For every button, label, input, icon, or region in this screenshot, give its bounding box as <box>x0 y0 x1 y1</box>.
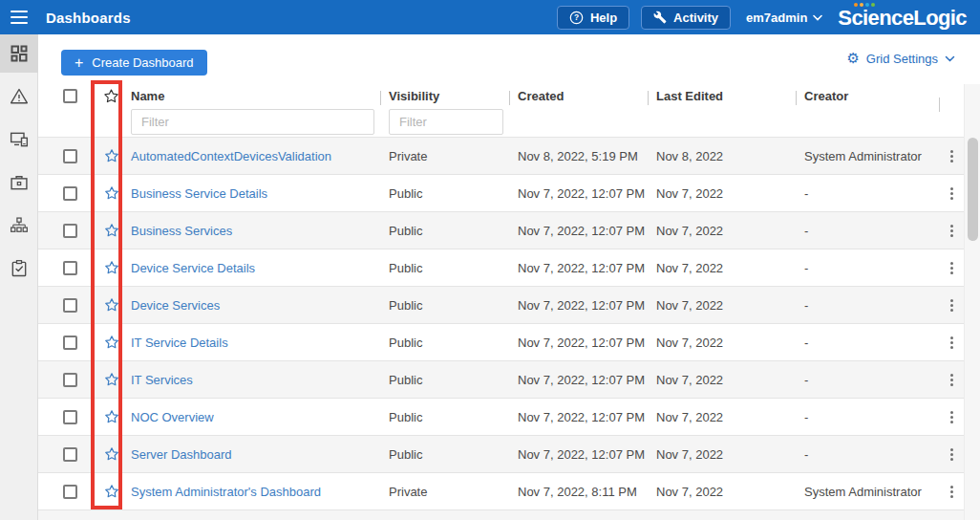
dashboards-grid-icon <box>10 44 29 63</box>
visibility-value: Private <box>389 149 518 163</box>
user-menu[interactable]: em7admin <box>746 11 822 25</box>
row-actions-menu-icon[interactable] <box>945 370 959 390</box>
create-dashboard-label: Create Dashboard <box>92 55 193 70</box>
sidebar-item-devices[interactable] <box>0 120 38 159</box>
row-checkbox[interactable] <box>63 485 77 499</box>
dashboard-name-link[interactable]: Business Service Details <box>131 186 267 201</box>
table-row[interactable]: AutomatedContextDevicesValidation Privat… <box>38 137 980 174</box>
row-favorite-cell <box>92 446 131 462</box>
row-actions-menu-icon[interactable] <box>945 146 959 166</box>
row-checkbox[interactable] <box>63 149 77 163</box>
row-actions-menu-icon[interactable] <box>945 482 959 502</box>
table-body: AutomatedContextDevicesValidation Privat… <box>38 137 980 509</box>
favorite-star-icon[interactable] <box>104 335 119 350</box>
row-checkbox[interactable] <box>63 298 77 313</box>
dashboard-name-link[interactable]: System Administrator's Dashboard <box>131 485 321 499</box>
favorite-star-icon[interactable] <box>104 297 119 313</box>
dashboard-name-link[interactable]: Server Dashboard <box>131 447 232 462</box>
row-actions-cell <box>939 221 964 241</box>
table-row[interactable]: NOC Overview Public Nov 7, 2022, 12:07 P… <box>38 398 980 435</box>
creator-value: - <box>804 261 939 275</box>
row-checkbox[interactable] <box>63 410 77 424</box>
sidebar-item-service-hierarchy[interactable] <box>0 206 38 245</box>
row-checkbox[interactable] <box>63 261 77 275</box>
favorite-star-icon[interactable] <box>104 148 119 163</box>
created-value: Nov 7, 2022, 12:07 PM <box>518 336 656 350</box>
dashboard-name-link[interactable]: IT Services <box>131 373 193 387</box>
table-row[interactable]: Business Service Details Public Nov 7, 2… <box>38 174 980 211</box>
table-row[interactable]: Business Services Public Nov 7, 2022, 12… <box>38 211 980 249</box>
favorite-star-icon[interactable] <box>104 446 119 462</box>
row-checkbox[interactable] <box>63 336 77 350</box>
favorite-star-icon[interactable] <box>104 372 119 387</box>
row-checkbox[interactable] <box>63 186 77 201</box>
favorite-star-icon[interactable] <box>104 185 119 201</box>
favorite-star-icon[interactable] <box>104 223 119 238</box>
visibility-filter-input[interactable] <box>389 109 503 135</box>
visibility-value: Public <box>389 261 518 275</box>
column-header-creator[interactable]: Creator <box>804 89 939 103</box>
row-checkbox[interactable] <box>63 447 77 462</box>
row-checkbox[interactable] <box>63 373 77 387</box>
hamburger-menu-icon[interactable] <box>0 0 38 34</box>
create-dashboard-button[interactable]: + Create Dashboard <box>61 50 207 76</box>
last-edited-value: Nov 7, 2022 <box>656 336 804 350</box>
table-row[interactable]: IT Services Public Nov 7, 2022, 12:07 PM… <box>38 360 980 398</box>
dashboard-name-link[interactable]: Device Service Details <box>131 261 255 275</box>
row-actions-menu-icon[interactable] <box>945 184 959 204</box>
table-row[interactable]: Server Dashboard Public Nov 7, 2022, 12:… <box>38 435 980 472</box>
created-value: Nov 7, 2022, 12:07 PM <box>518 224 656 238</box>
scrollbar-thumb[interactable] <box>968 138 978 241</box>
last-edited-value: Nov 7, 2022 <box>656 410 804 424</box>
last-edited-value: Nov 7, 2022 <box>656 485 804 499</box>
grid-settings-dropdown[interactable]: ⚙ Grid Settings <box>846 52 955 66</box>
row-actions-menu-icon[interactable] <box>945 258 959 278</box>
dashboard-name-link[interactable]: Business Services <box>131 224 232 238</box>
activity-button-label: Activity <box>673 11 718 25</box>
creator-value: - <box>804 373 939 387</box>
favorite-star-icon[interactable] <box>104 484 119 499</box>
vertical-scrollbar[interactable] <box>964 84 980 520</box>
table-row[interactable]: IT Service Details Public Nov 7, 2022, 1… <box>38 323 980 360</box>
column-header-created[interactable]: Created <box>518 89 656 103</box>
devices-monitor-icon <box>10 130 29 149</box>
sidebar-item-business-services[interactable] <box>0 163 38 202</box>
dashboard-name-link[interactable]: Device Services <box>131 298 220 313</box>
dashboard-name-link[interactable]: AutomatedContextDevicesValidation <box>131 149 331 163</box>
table-row[interactable]: System Administrator's Dashboard Private… <box>38 472 980 509</box>
favorite-star-icon[interactable] <box>104 260 119 275</box>
column-header-last-edited[interactable]: Last Edited <box>656 89 804 103</box>
visibility-value: Public <box>389 410 518 424</box>
select-all-checkbox[interactable] <box>63 89 77 103</box>
row-actions-menu-icon[interactable] <box>945 295 959 315</box>
favorite-star-icon[interactable] <box>104 409 119 424</box>
business-services-briefcase-icon <box>10 173 29 192</box>
wrench-icon <box>653 11 667 24</box>
page-title: Dashboards <box>46 10 131 26</box>
sidebar-item-dashboards[interactable] <box>0 34 38 73</box>
column-header-name[interactable]: Name <box>131 89 389 103</box>
sidebar-item-tasks[interactable] <box>0 249 38 288</box>
row-favorite-cell <box>92 185 131 201</box>
row-favorite-cell <box>92 409 131 424</box>
table-row[interactable]: Device Services Public Nov 7, 2022, 12:0… <box>38 286 980 323</box>
svg-text:?: ? <box>574 12 579 22</box>
row-actions-menu-icon[interactable] <box>945 333 959 353</box>
row-actions-menu-icon[interactable] <box>945 444 959 465</box>
row-checkbox[interactable] <box>63 224 77 238</box>
created-value: Nov 8, 2022, 5:19 PM <box>518 149 656 163</box>
table-row[interactable]: Device Service Details Public Nov 7, 202… <box>38 249 980 286</box>
activity-button[interactable]: Activity <box>641 6 731 30</box>
dashboard-name-link[interactable]: IT Service Details <box>131 336 228 350</box>
row-checkbox-cell <box>38 373 92 387</box>
row-actions-menu-icon[interactable] <box>945 221 959 241</box>
star-icon <box>103 88 119 104</box>
favorites-column-header[interactable] <box>92 88 131 104</box>
row-actions-menu-icon[interactable] <box>945 407 959 427</box>
sidebar-item-events[interactable] <box>0 77 38 116</box>
column-header-visibility[interactable]: Visibility <box>389 89 518 103</box>
name-filter-input[interactable] <box>131 109 374 135</box>
creator-value: - <box>804 298 939 313</box>
help-button[interactable]: ? Help <box>557 6 629 30</box>
dashboard-name-link[interactable]: NOC Overview <box>131 410 214 424</box>
